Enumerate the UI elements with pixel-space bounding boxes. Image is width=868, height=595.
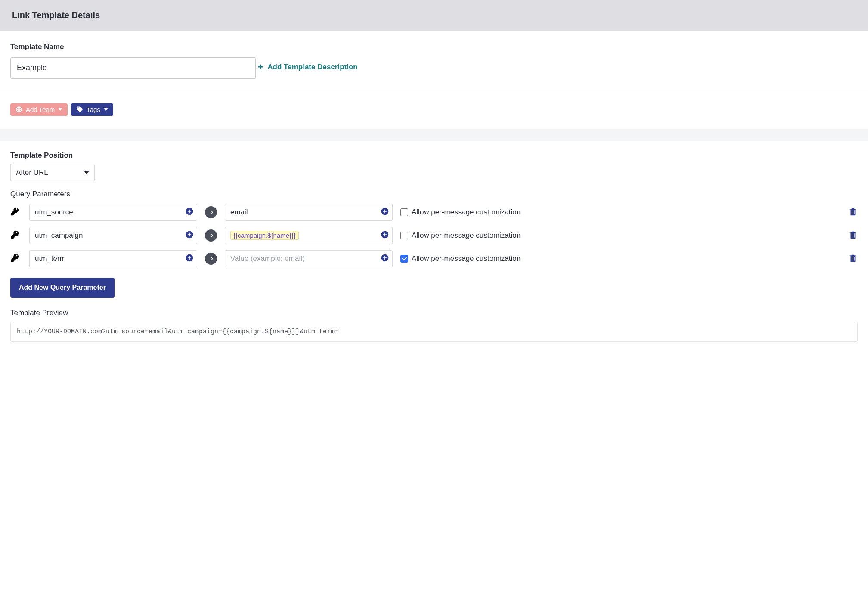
- add-key-variable-icon[interactable]: [185, 207, 194, 217]
- add-value-variable-icon[interactable]: [381, 230, 389, 241]
- param-key-wrap: [29, 204, 197, 221]
- key-icon: [10, 207, 22, 218]
- param-value-wrap: [225, 204, 393, 221]
- page-title: Link Template Details: [12, 10, 856, 20]
- param-key-input[interactable]: [29, 204, 197, 221]
- template-preview-box: http://YOUR-DOMAIN.com?utm_source=email&…: [10, 322, 858, 342]
- tags-button[interactable]: Tags: [71, 103, 113, 116]
- template-position-value: After URL: [16, 168, 48, 177]
- query-parameters-label: Query Parameters: [10, 190, 858, 198]
- checkbox-icon[interactable]: [400, 232, 408, 239]
- allow-customization-label: Allow per-message customization: [412, 254, 521, 263]
- add-template-description-button[interactable]: + Add Template Description: [257, 62, 357, 72]
- delete-row-button[interactable]: [848, 230, 858, 241]
- variable-chip[interactable]: {{campaign.${name}}}: [230, 231, 299, 240]
- globe-icon: [16, 106, 22, 113]
- query-parameter-row: Allow per-message customization: [10, 204, 858, 221]
- param-key-input[interactable]: [29, 227, 197, 244]
- query-parameter-row: Allow per-message customization: [10, 250, 858, 267]
- param-key-input[interactable]: [29, 250, 197, 267]
- template-name-section: Template Name + Add Template Description: [0, 31, 868, 91]
- section-divider: [0, 129, 868, 141]
- tags-label: Tags: [87, 106, 100, 113]
- key-icon: [10, 253, 22, 264]
- delete-row-button[interactable]: [848, 253, 858, 264]
- checkbox-icon[interactable]: [400, 208, 408, 216]
- checkbox-icon[interactable]: [400, 255, 408, 263]
- template-position-section: Template Position After URL Query Parame…: [0, 141, 868, 368]
- add-key-variable-icon[interactable]: [185, 230, 194, 241]
- param-value-input[interactable]: [225, 250, 393, 267]
- param-key-wrap: [29, 227, 197, 244]
- allow-customization-label: Allow per-message customization: [412, 208, 521, 217]
- add-value-variable-icon[interactable]: [381, 254, 389, 264]
- tag-icon: [76, 106, 83, 113]
- allow-customization-toggle[interactable]: Allow per-message customization: [400, 254, 521, 263]
- param-value-input[interactable]: {{campaign.${name}}}: [225, 227, 393, 244]
- template-position-label: Template Position: [10, 151, 858, 160]
- param-key-wrap: [29, 250, 197, 267]
- template-preview-label: Template Preview: [10, 309, 858, 317]
- allow-customization-toggle[interactable]: Allow per-message customization: [400, 231, 521, 240]
- allow-customization-toggle[interactable]: Allow per-message customization: [400, 208, 521, 217]
- page-header: Link Template Details: [0, 0, 868, 31]
- delete-row-button[interactable]: [848, 207, 858, 218]
- add-key-variable-icon[interactable]: [185, 254, 194, 264]
- plus-icon: +: [257, 62, 263, 72]
- add-value-variable-icon[interactable]: [381, 207, 389, 217]
- param-value-input[interactable]: [225, 204, 393, 221]
- param-value-wrap: {{campaign.${name}}}: [225, 227, 393, 244]
- add-team-button[interactable]: Add Team: [10, 103, 68, 116]
- chevron-down-icon: [84, 171, 89, 174]
- allow-customization-label: Allow per-message customization: [412, 231, 521, 240]
- tags-row: Add Team Tags: [0, 91, 868, 129]
- arrow-right-icon: [205, 253, 217, 265]
- add-template-description-label: Add Template Description: [267, 63, 357, 71]
- param-value-wrap: [225, 250, 393, 267]
- add-team-label: Add Team: [26, 106, 55, 113]
- template-name-label: Template Name: [10, 43, 858, 51]
- arrow-right-icon: [205, 229, 217, 242]
- arrow-right-icon: [205, 206, 217, 218]
- chevron-down-icon: [104, 108, 108, 111]
- query-parameters-list: Allow per-message customization{{campaig…: [10, 204, 858, 267]
- add-query-parameter-button[interactable]: Add New Query Parameter: [10, 278, 115, 298]
- query-parameter-row: {{campaign.${name}}}Allow per-message cu…: [10, 227, 858, 244]
- template-position-select[interactable]: After URL: [10, 164, 95, 181]
- chevron-down-icon: [58, 108, 62, 111]
- key-icon: [10, 230, 22, 241]
- template-name-input[interactable]: [10, 57, 256, 79]
